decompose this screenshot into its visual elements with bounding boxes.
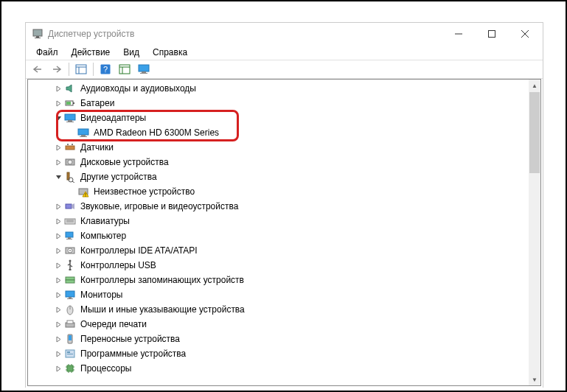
device-tree[interactable]: Аудиовходы и аудиовыходыБатареиВидеоадап… [28,80,529,385]
vertical-scrollbar[interactable]: ▲ ▼ [529,80,540,385]
tree-node[interactable]: Программные устройства [28,346,529,361]
tree-node[interactable]: Дисковые устройства [28,155,529,169]
toolbar-separator [93,63,94,76]
svg-rect-20 [66,102,71,105]
menubar: Файл Действие Вид Справка [26,45,543,60]
tree-node[interactable]: Очереди печати [28,317,529,332]
svg-rect-4 [488,31,495,38]
tree-node-label: Дисковые устройства [79,157,170,167]
svg-point-28 [67,144,69,145]
chevron-right-icon[interactable] [53,334,63,344]
software-icon [64,348,76,360]
toolbar-separator [69,63,69,76]
monitor-icon [64,289,76,301]
titlebar: Диспетчер устройств [26,23,543,45]
chevron-right-icon[interactable] [53,83,63,94]
tree-node-label: Мониторы [79,290,124,300]
svg-point-47 [69,250,71,251]
back-button[interactable] [29,61,46,77]
svg-rect-54 [67,298,73,299]
chevron-right-icon[interactable] [53,201,63,211]
chevron-right-icon[interactable] [53,349,63,359]
app-icon [32,28,44,40]
tree-node[interactable]: Батареи [28,96,529,111]
maximize-button[interactable] [475,24,508,44]
svg-rect-51 [66,280,74,283]
tree-node-label: Датчики [79,142,115,153]
tree-node[interactable]: Звуковые, игровые и видеоустройства [28,199,529,214]
tree-node[interactable]: Контроллеры запоминающих устройств [28,273,529,287]
tree-node[interactable]: Контроллеры IDE ATA/ATAPI [28,243,529,258]
keyboard-icon [64,215,76,227]
svg-rect-0 [33,29,42,36]
tree-node[interactable]: Мониторы [28,287,529,302]
chevron-down-icon[interactable] [53,113,63,123]
display-icon [64,112,76,124]
tree-node[interactable]: Датчики [28,140,529,155]
svg-rect-27 [66,146,74,150]
tree-node[interactable]: !Неизвестное устройство [28,184,529,199]
scroll-up-button[interactable]: ▲ [529,80,540,91]
tree-node[interactable]: Переносные устройства [28,332,529,346]
chevron-right-icon[interactable] [53,319,63,329]
show-hidden-button[interactable] [72,61,90,77]
chevron-right-icon[interactable] [53,142,63,153]
usb-icon [64,259,76,271]
tree-node[interactable]: AMD Radeon HD 6300M Series [28,125,529,140]
tree-node-label: Очереди печати [79,319,148,329]
svg-rect-23 [66,122,74,122]
scroll-down-button[interactable]: ▼ [529,374,540,385]
svg-rect-2 [35,38,41,38]
sensor-icon [64,141,76,153]
tree-node-label: Видеоадаптеры [79,113,147,123]
media-icon [64,200,76,212]
svg-rect-43 [68,237,71,239]
tree-node[interactable]: Другие устройства [28,169,529,184]
menu-file[interactable]: Файл [30,46,64,59]
scroll-thumb[interactable] [529,92,540,173]
tree-node[interactable]: Видеоадаптеры [28,111,529,125]
monitor-button[interactable] [135,61,153,77]
tree-node[interactable]: Контроллеры USB [28,258,529,273]
svg-rect-12 [119,65,130,74]
tree-node[interactable]: Процессоры [28,361,529,376]
chevron-right-icon[interactable] [53,216,63,226]
tree-node-label: Неизвестное устройство [92,186,196,197]
svg-rect-60 [69,335,72,340]
chevron-right-icon[interactable] [53,245,63,256]
svg-text:?: ? [103,65,108,74]
chevron-right-icon[interactable] [53,304,63,315]
scan-button[interactable] [116,61,133,77]
chevron-right-icon[interactable] [53,157,63,167]
tree-node-label: Клавиатуры [79,216,131,226]
tree-node[interactable]: Клавиатуры [28,214,529,228]
minimize-button[interactable] [442,24,475,44]
tree-node-label: Батареи [79,98,116,108]
chevron-right-icon[interactable] [53,290,63,300]
chevron-right-icon[interactable] [53,260,63,270]
chevron-down-icon[interactable] [53,172,63,182]
chevron-right-icon[interactable] [53,363,63,374]
mouse-icon [64,304,76,315]
menu-help[interactable]: Справка [147,46,193,59]
help-button[interactable]: ? [97,61,114,77]
forward-button[interactable] [48,61,66,77]
menu-action[interactable]: Действие [66,46,116,59]
chevron-right-icon[interactable] [53,275,63,285]
tree-node-label: Процессоры [79,363,133,374]
content-area: Аудиовходы и аудиовыходыБатареиВидеоадап… [27,79,541,386]
svg-rect-53 [69,297,72,298]
audio-icon [64,83,76,94]
tree-node[interactable]: Компьютер [28,228,529,243]
disk-icon [64,156,76,168]
expander-placeholder [66,186,77,197]
chevron-right-icon[interactable] [53,231,63,241]
tree-node[interactable]: Аудиовходы и аудиовыходы [28,81,529,96]
window-controls [442,23,541,45]
chevron-right-icon[interactable] [53,98,63,108]
menu-view[interactable]: Вид [117,46,145,59]
svg-line-34 [72,181,74,183]
tree-node[interactable]: Мыши и иные указывающие устройства [28,302,529,317]
outer-frame: Диспетчер устройств Файл Действие Вид Сп… [0,0,567,392]
close-button[interactable] [508,24,541,44]
